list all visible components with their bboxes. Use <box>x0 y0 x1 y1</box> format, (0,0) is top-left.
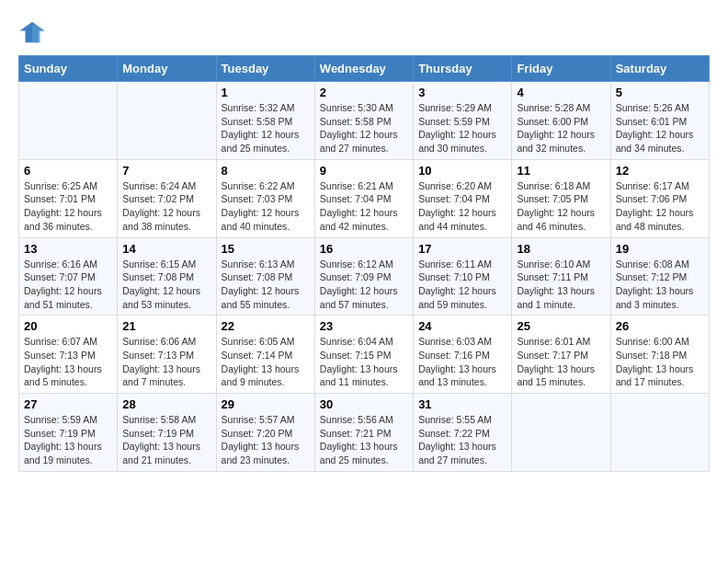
calendar-cell: 27Sunrise: 5:59 AMSunset: 7:19 PMDayligh… <box>19 394 118 472</box>
calendar-cell: 16Sunrise: 6:12 AMSunset: 7:09 PMDayligh… <box>314 237 413 316</box>
day-number: 21 <box>122 319 210 333</box>
logo-icon <box>18 18 46 46</box>
day-info: Sunrise: 6:20 AMSunset: 7:04 PMDaylight:… <box>418 179 506 234</box>
calendar-cell: 15Sunrise: 6:13 AMSunset: 7:08 PMDayligh… <box>216 237 314 316</box>
day-number: 7 <box>122 164 210 178</box>
calendar-cell: 11Sunrise: 6:18 AMSunset: 7:05 PMDayligh… <box>512 159 610 237</box>
calendar-cell: 6Sunrise: 6:25 AMSunset: 7:01 PMDaylight… <box>19 159 118 237</box>
day-info: Sunrise: 5:26 AMSunset: 6:01 PMDaylight:… <box>616 101 704 155</box>
calendar-cell: 25Sunrise: 6:01 AMSunset: 7:17 PMDayligh… <box>512 316 610 394</box>
calendar-cell: 19Sunrise: 6:08 AMSunset: 7:12 PMDayligh… <box>610 237 709 316</box>
day-number: 14 <box>122 242 210 256</box>
calendar-cell: 5Sunrise: 5:26 AMSunset: 6:01 PMDaylight… <box>610 82 709 160</box>
calendar-cell: 24Sunrise: 6:03 AMSunset: 7:16 PMDayligh… <box>414 316 512 394</box>
calendar-cell: 12Sunrise: 6:17 AMSunset: 7:06 PMDayligh… <box>610 159 709 237</box>
calendar-week-5: 27Sunrise: 5:59 AMSunset: 7:19 PMDayligh… <box>19 394 710 472</box>
day-info: Sunrise: 6:25 AMSunset: 7:01 PMDaylight:… <box>24 179 112 234</box>
day-info: Sunrise: 6:17 AMSunset: 7:06 PMDaylight:… <box>616 179 704 234</box>
day-number: 10 <box>418 164 506 178</box>
calendar-cell: 17Sunrise: 6:11 AMSunset: 7:10 PMDayligh… <box>414 237 512 316</box>
day-number: 4 <box>517 86 605 99</box>
day-number: 29 <box>222 397 310 411</box>
page-header <box>18 18 710 46</box>
day-number: 13 <box>24 242 112 256</box>
day-number: 17 <box>418 242 506 256</box>
day-info: Sunrise: 5:29 AMSunset: 5:59 PMDaylight:… <box>418 101 506 155</box>
svg-marker-2 <box>32 26 45 43</box>
day-number: 15 <box>222 242 310 256</box>
day-info: Sunrise: 6:06 AMSunset: 7:13 PMDaylight:… <box>122 335 210 389</box>
day-number: 8 <box>222 164 310 178</box>
day-info: Sunrise: 5:57 AMSunset: 7:20 PMDaylight:… <box>222 413 310 467</box>
day-number: 24 <box>418 319 506 333</box>
day-number: 25 <box>517 319 605 333</box>
day-number: 9 <box>320 164 408 178</box>
calendar-cell: 1Sunrise: 5:32 AMSunset: 5:58 PMDaylight… <box>216 82 314 160</box>
day-info: Sunrise: 5:30 AMSunset: 5:58 PMDaylight:… <box>320 101 408 155</box>
day-info: Sunrise: 6:18 AMSunset: 7:05 PMDaylight:… <box>517 179 605 234</box>
weekday-header-friday: Friday <box>512 56 610 82</box>
calendar-cell <box>610 394 709 472</box>
calendar-cell: 28Sunrise: 5:58 AMSunset: 7:19 PMDayligh… <box>118 394 216 472</box>
calendar-cell: 21Sunrise: 6:06 AMSunset: 7:13 PMDayligh… <box>118 316 216 394</box>
day-number: 1 <box>222 86 310 99</box>
day-number: 18 <box>517 242 605 256</box>
day-info: Sunrise: 6:08 AMSunset: 7:12 PMDaylight:… <box>616 258 704 312</box>
calendar-cell: 10Sunrise: 6:20 AMSunset: 7:04 PMDayligh… <box>414 159 512 237</box>
day-info: Sunrise: 6:07 AMSunset: 7:13 PMDaylight:… <box>24 335 112 389</box>
day-info: Sunrise: 5:32 AMSunset: 5:58 PMDaylight:… <box>222 101 310 155</box>
weekday-header-wednesday: Wednesday <box>314 56 413 82</box>
calendar-cell: 4Sunrise: 5:28 AMSunset: 6:00 PMDaylight… <box>512 82 610 160</box>
day-number: 19 <box>616 242 704 256</box>
day-info: Sunrise: 5:55 AMSunset: 7:22 PMDaylight:… <box>418 413 506 467</box>
day-number: 3 <box>418 86 506 99</box>
calendar-cell: 22Sunrise: 6:05 AMSunset: 7:14 PMDayligh… <box>216 316 314 394</box>
day-number: 26 <box>616 319 704 333</box>
day-info: Sunrise: 6:10 AMSunset: 7:11 PMDaylight:… <box>517 258 605 312</box>
calendar-cell: 18Sunrise: 6:10 AMSunset: 7:11 PMDayligh… <box>512 237 610 316</box>
day-info: Sunrise: 6:04 AMSunset: 7:15 PMDaylight:… <box>320 335 408 389</box>
day-number: 30 <box>320 397 408 411</box>
day-info: Sunrise: 6:13 AMSunset: 7:08 PMDaylight:… <box>222 258 310 312</box>
day-number: 12 <box>616 164 704 178</box>
day-number: 5 <box>616 86 704 99</box>
day-number: 28 <box>122 397 210 411</box>
day-info: Sunrise: 5:28 AMSunset: 6:00 PMDaylight:… <box>517 101 605 155</box>
day-info: Sunrise: 5:58 AMSunset: 7:19 PMDaylight:… <box>122 413 210 467</box>
calendar-week-1: 1Sunrise: 5:32 AMSunset: 5:58 PMDaylight… <box>19 82 710 160</box>
day-number: 11 <box>517 164 605 178</box>
day-number: 22 <box>222 319 310 333</box>
calendar-cell: 20Sunrise: 6:07 AMSunset: 7:13 PMDayligh… <box>19 316 118 394</box>
day-info: Sunrise: 6:00 AMSunset: 7:18 PMDaylight:… <box>616 335 704 389</box>
day-number: 27 <box>24 397 112 411</box>
day-number: 2 <box>320 86 408 99</box>
calendar-cell: 26Sunrise: 6:00 AMSunset: 7:18 PMDayligh… <box>610 316 709 394</box>
calendar-cell: 29Sunrise: 5:57 AMSunset: 7:20 PMDayligh… <box>216 394 314 472</box>
calendar-table: SundayMondayTuesdayWednesdayThursdayFrid… <box>18 55 710 472</box>
day-info: Sunrise: 6:12 AMSunset: 7:09 PMDaylight:… <box>320 258 408 312</box>
weekday-header-sunday: Sunday <box>19 56 118 82</box>
calendar-cell: 7Sunrise: 6:24 AMSunset: 7:02 PMDaylight… <box>118 159 216 237</box>
calendar-cell: 31Sunrise: 5:55 AMSunset: 7:22 PMDayligh… <box>414 394 512 472</box>
day-info: Sunrise: 5:56 AMSunset: 7:21 PMDaylight:… <box>320 413 408 467</box>
calendar-cell: 30Sunrise: 5:56 AMSunset: 7:21 PMDayligh… <box>314 394 413 472</box>
day-info: Sunrise: 6:22 AMSunset: 7:03 PMDaylight:… <box>222 179 310 234</box>
calendar-cell: 13Sunrise: 6:16 AMSunset: 7:07 PMDayligh… <box>19 237 118 316</box>
weekday-header-monday: Monday <box>118 56 216 82</box>
weekday-header-row: SundayMondayTuesdayWednesdayThursdayFrid… <box>19 56 710 82</box>
day-info: Sunrise: 6:15 AMSunset: 7:08 PMDaylight:… <box>122 258 210 312</box>
calendar-week-2: 6Sunrise: 6:25 AMSunset: 7:01 PMDaylight… <box>19 159 710 237</box>
calendar-cell <box>19 82 118 160</box>
day-info: Sunrise: 6:11 AMSunset: 7:10 PMDaylight:… <box>418 258 506 312</box>
calendar-cell: 14Sunrise: 6:15 AMSunset: 7:08 PMDayligh… <box>118 237 216 316</box>
day-info: Sunrise: 6:21 AMSunset: 7:04 PMDaylight:… <box>320 179 408 234</box>
calendar-cell: 23Sunrise: 6:04 AMSunset: 7:15 PMDayligh… <box>314 316 413 394</box>
day-info: Sunrise: 6:01 AMSunset: 7:17 PMDaylight:… <box>517 335 605 389</box>
day-info: Sunrise: 6:24 AMSunset: 7:02 PMDaylight:… <box>122 179 210 234</box>
weekday-header-saturday: Saturday <box>610 56 709 82</box>
calendar-cell: 2Sunrise: 5:30 AMSunset: 5:58 PMDaylight… <box>314 82 413 160</box>
day-info: Sunrise: 5:59 AMSunset: 7:19 PMDaylight:… <box>24 413 112 467</box>
calendar-cell <box>118 82 216 160</box>
day-number: 23 <box>320 319 408 333</box>
day-number: 31 <box>418 397 506 411</box>
